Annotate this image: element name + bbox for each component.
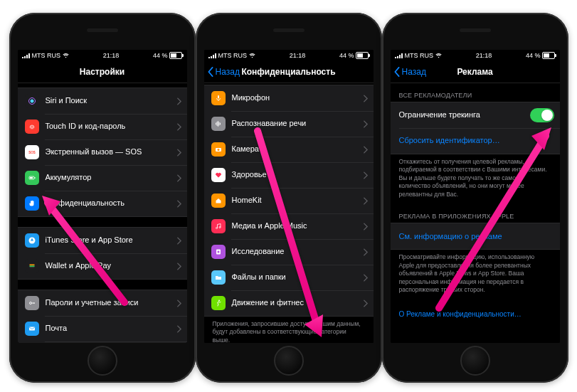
row-touchid[interactable]: Touch ID и код-пароль <box>18 114 187 139</box>
svg-rect-5 <box>30 177 33 179</box>
chevron-right-icon <box>363 300 368 307</box>
chevron-right-icon <box>363 120 368 128</box>
row-media[interactable]: Медиа и Apple Music <box>204 213 374 239</box>
music-icon <box>211 219 226 233</box>
row-homekit[interactable]: HomeKit <box>204 188 374 213</box>
chevron-right-icon <box>176 123 181 131</box>
mail-icon <box>25 322 39 336</box>
row-reset-id[interactable]: Сбросить идентификатор… <box>391 128 560 154</box>
nav-bar: Настройки <box>18 61 187 83</box>
row-label: Камера <box>232 144 360 154</box>
row-label: Движение и фитнес <box>232 298 360 307</box>
section-header: РЕКЛАМА В ПРИЛОЖЕНИЯХ APPLE <box>391 210 560 223</box>
chevron-right-icon <box>363 223 368 231</box>
row-motion[interactable]: Движение и фитнес <box>204 290 374 316</box>
svg-rect-8 <box>29 265 34 266</box>
chevron-right-icon <box>176 237 181 245</box>
phone-frame-2: MTS RUS 21:18 44 % Назад Конфиденциально… <box>196 13 382 383</box>
chevron-right-icon <box>176 300 181 307</box>
row-label: Файлы и папки <box>232 272 360 282</box>
section-footer: Просматривайте информацию, использованну… <box>391 250 560 295</box>
row-about-ads[interactable]: О Рекламе и конфиденциальности… <box>391 306 560 322</box>
row-speech[interactable]: Распознавание речи <box>204 111 374 137</box>
row-label: Распознавание речи <box>232 119 360 128</box>
chevron-right-icon <box>363 146 368 154</box>
svg-rect-4 <box>34 177 35 179</box>
row-mail[interactable]: Почта <box>18 316 187 341</box>
fingerprint-icon <box>25 120 39 134</box>
nav-bar: Назад Реклама <box>391 61 560 83</box>
nav-back-label: Назад <box>402 67 426 77</box>
sos-icon: SOS <box>25 145 39 159</box>
phone-frame-3: MTS RUS 21:18 44 % Назад Реклама ВСЕ РЕК… <box>382 13 568 383</box>
toggle-switch[interactable] <box>530 108 554 122</box>
chevron-right-icon <box>363 171 368 179</box>
nav-back-button[interactable]: Назад <box>393 61 426 83</box>
chevron-right-icon <box>176 97 181 105</box>
nav-back-button[interactable]: Назад <box>207 61 240 83</box>
chevron-right-icon <box>363 274 368 282</box>
row-privacy[interactable]: Конфиденциальность <box>18 191 187 216</box>
key-icon <box>25 296 39 310</box>
chevron-right-icon <box>176 200 181 208</box>
row-label: Ограничение трекинга <box>399 110 530 120</box>
status-time: 21:18 <box>476 52 492 59</box>
privacy-list[interactable]: Микрофон Распознавание речи Камера Здоро… <box>204 83 374 343</box>
section-footer: Приложения, запросившие доступ к Вашим д… <box>204 317 374 343</box>
row-itunes[interactable]: iTunes Store и App Store <box>18 228 187 253</box>
status-time: 21:18 <box>103 52 120 59</box>
row-label: Siri и Поиск <box>46 96 174 105</box>
row-label: HomeKit <box>232 196 360 205</box>
row-label: Аккумулятор <box>46 173 174 182</box>
row-wallet[interactable]: Wallet и Apple Pay <box>18 253 187 279</box>
chevron-right-icon <box>363 95 368 102</box>
wifi-icon <box>63 53 69 59</box>
siri-icon <box>25 94 39 108</box>
camera-icon <box>211 142 226 157</box>
hand-icon <box>25 196 39 211</box>
status-bar: MTS RUS 21:18 44 % <box>391 50 560 61</box>
row-camera[interactable]: Камера <box>204 137 374 162</box>
svg-rect-11 <box>29 327 35 331</box>
chevron-right-icon <box>363 197 368 205</box>
row-label: Медиа и Apple Music <box>232 221 360 231</box>
wallet-icon <box>25 259 39 273</box>
row-label: Экстренный вызов — SOS <box>46 147 174 157</box>
row-health[interactable]: Здоровье <box>204 162 374 188</box>
row-limit-tracking[interactable]: Ограничение трекинга <box>391 102 560 128</box>
carrier-label: MTS RUS <box>405 52 434 59</box>
row-label: iTunes Store и App Store <box>46 235 174 245</box>
settings-list[interactable]: Siri и Поиск Touch ID и код-пароль SOS Э… <box>18 83 187 343</box>
row-files[interactable]: Файлы и папки <box>204 265 374 290</box>
svg-point-10 <box>29 302 31 304</box>
battery-text: 44 % <box>526 52 541 59</box>
row-siri[interactable]: Siri и Поиск <box>18 88 187 114</box>
battery-text: 44 % <box>339 52 354 59</box>
chevron-right-icon <box>176 149 181 157</box>
wifi-icon <box>435 53 442 59</box>
section-header: ВСЕ РЕКЛАМОДАТЕЛИ <box>391 89 560 102</box>
row-passwords[interactable]: Пароли и учетные записи <box>18 290 187 316</box>
battery-text: 44 % <box>153 52 168 59</box>
ads-list[interactable]: ВСЕ РЕКЛАМОДАТЕЛИ Ограничение трекинга С… <box>391 83 560 343</box>
svg-point-20 <box>217 149 219 151</box>
chevron-right-icon <box>176 325 181 333</box>
section-footer: Откажитесь от получения целевой рекламы,… <box>391 154 560 200</box>
row-ad-info[interactable]: См. информацию о рекламе <box>391 223 560 249</box>
row-label: Микрофон <box>232 93 360 102</box>
row-label: Сбросить идентификатор… <box>399 136 554 145</box>
chevron-right-icon <box>176 174 181 182</box>
battery-icon <box>25 171 39 185</box>
chevron-right-icon <box>363 248 368 256</box>
row-sos[interactable]: SOS Экстренный вызов — SOS <box>18 139 187 165</box>
row-mic[interactable]: Микрофон <box>204 85 374 111</box>
row-contacts[interactable]: Контакты <box>18 341 187 343</box>
svg-rect-18 <box>218 95 219 99</box>
row-research[interactable]: Исследование <box>204 239 374 265</box>
battery-icon <box>356 52 369 59</box>
row-battery[interactable]: Аккумулятор <box>18 165 187 191</box>
mic-icon <box>211 91 226 105</box>
status-bar: MTS RUS 21:18 44 % <box>204 50 374 61</box>
nav-title: Настройки <box>80 67 125 77</box>
settings-group: О Рекламе и конфиденциальности… <box>391 306 560 322</box>
